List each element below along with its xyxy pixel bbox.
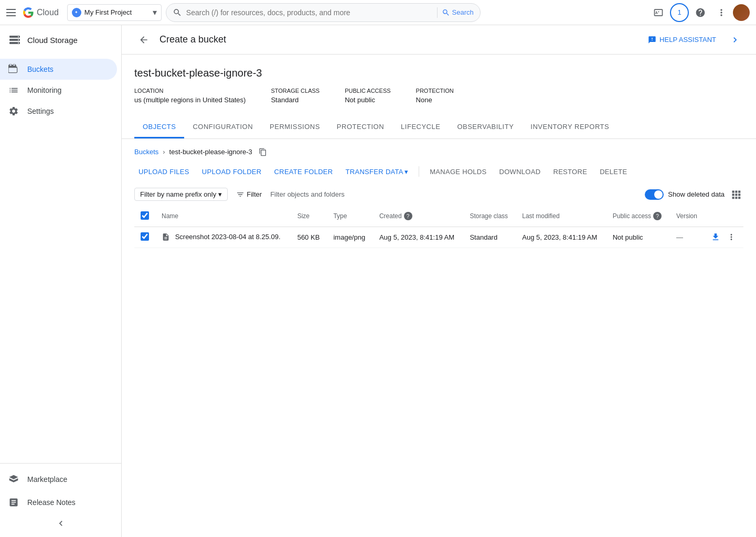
terminal-icon [653,7,664,18]
search-button[interactable]: Search [442,8,474,17]
show-deleted-toggle[interactable]: Show deleted data [645,189,725,200]
terminal-button[interactable] [649,3,668,22]
help-button[interactable] [691,3,710,22]
sidebar-bottom: Marketplace Release Notes [0,463,121,537]
help-assistant-label: HELP ASSISTANT [659,36,716,44]
tab-inventory-reports[interactable]: INVENTORY REPORTS [522,116,617,138]
more-options-button[interactable] [712,3,731,22]
row-version: — [676,233,683,241]
tab-configuration[interactable]: CONFIGURATION [184,116,261,138]
filter-prefix-label: Filter by name prefix only [140,190,216,198]
sidebar-nav: Buckets Monitoring Settings [0,55,121,463]
settings-icon [8,106,19,116]
upload-files-button[interactable]: UPLOAD FILES [134,165,194,179]
column-view-button[interactable] [729,187,743,202]
search-bar[interactable]: Search [166,3,481,22]
select-all-checkbox[interactable] [141,211,149,220]
transfer-data-dropdown-icon: ▾ [404,168,408,176]
main-layout: Cloud Storage Buckets Monitoring [0,25,756,537]
breadcrumb: Buckets › test-bucket-please-ignore-3 [134,147,743,156]
objects-content: Buckets › test-bucket-please-ignore-3 UP… [122,139,756,256]
sidebar-item-release-notes[interactable]: Release Notes [0,491,121,514]
action-divider [419,166,419,177]
th-size: Size [291,206,327,227]
transfer-data-button[interactable]: TRANSFER DATA ▾ [342,165,413,179]
toggle-switch[interactable] [645,189,664,200]
help-assistant-button[interactable]: HELP ASSISTANT [642,33,722,47]
created-help-icon[interactable]: ? [404,212,412,220]
tab-permissions[interactable]: PERMISSIONS [261,116,328,138]
tab-observability[interactable]: OBSERVABILITY [449,116,522,138]
main-content: Create a bucket HELP ASSISTANT test-buck… [122,25,756,537]
row-version-cell: — [670,227,705,248]
buckets-icon [8,64,19,74]
filter-button[interactable]: Filter [232,188,266,201]
row-created: Aug 5, 2023, 8:41:19 AM [379,233,454,241]
th-created: Created ? [373,206,464,227]
sidebar-item-monitoring[interactable]: Monitoring [0,80,117,101]
panel-collapse-icon [730,35,740,45]
row-download-icon[interactable] [711,233,722,241]
column-view-icon [731,189,741,200]
search-button-icon [442,8,450,17]
storage-icon-svg [8,34,21,46]
chevron-down-icon: ▾ [153,7,157,17]
back-button[interactable] [134,30,153,49]
sidebar-item-buckets[interactable]: Buckets [0,59,117,80]
storage-class-label: Storage class [271,88,320,94]
tab-objects[interactable]: OBJECTS [134,116,184,138]
th-last-modified: Last modified [516,206,606,227]
collapse-sidebar-button[interactable] [0,514,121,533]
notification-badge[interactable]: 1 [670,3,689,22]
filter-prefix-button[interactable]: Filter by name prefix only ▾ [134,188,228,201]
row-checkbox[interactable] [141,232,149,241]
row-last-modified-cell: Aug 5, 2023, 8:41:19 AM [516,227,606,248]
tab-bar: OBJECTS CONFIGURATION PERMISSIONS PROTEC… [122,116,756,139]
sidebar-item-marketplace[interactable]: Marketplace [0,468,121,491]
release-notes-icon-svg [8,497,19,508]
th-version: Version [670,206,705,227]
bucket-info: test-bucket-please-ignore-3 Location us … [122,55,756,104]
meta-storage-class: Storage class Standard [271,88,320,104]
manage-holds-button[interactable]: MANAGE HOLDS [425,165,491,179]
marketplace-icon-svg [8,474,19,485]
svg-point-5 [18,42,19,44]
upload-folder-button[interactable]: UPLOAD FOLDER [198,165,266,179]
project-selector[interactable]: My First Project ▾ [67,4,162,21]
search-input[interactable] [186,8,433,17]
th-storage-class: Storage class [463,206,516,227]
hamburger-menu-icon[interactable] [6,6,19,19]
top-navigation: Cloud My First Project ▾ Search 1 [0,0,756,25]
search-icon [173,8,182,17]
nav-actions: 1 [649,3,750,22]
row-storage-class-cell: Standard [463,227,516,248]
collapse-panel-button[interactable] [727,31,743,48]
row-more-options-icon[interactable] [727,233,736,241]
delete-button[interactable]: DELETE [595,165,631,179]
meta-protection: Protection None [416,88,454,104]
copy-path-icon[interactable] [259,147,267,156]
meta-public-access: Public access Not public [345,88,390,104]
sidebar-item-settings[interactable]: Settings [0,101,117,122]
sidebar-title: Cloud Storage [27,36,78,45]
th-checkbox [134,206,155,227]
row-file-name[interactable]: Screenshot 2023-08-04 at 8.25.09. [175,233,281,241]
breadcrumb-buckets-link[interactable]: Buckets [134,148,158,156]
tab-lifecycle[interactable]: LIFECYCLE [392,116,449,138]
sidebar-item-label-buckets: Buckets [27,65,54,73]
file-icon-svg [162,233,170,241]
restore-button[interactable]: RESTORE [549,165,591,179]
user-avatar[interactable] [733,4,750,21]
public-access-help-icon[interactable]: ? [653,212,662,220]
back-arrow-icon [139,35,149,45]
sidebar-item-label-monitoring: Monitoring [27,86,61,94]
row-created-cell: Aug 5, 2023, 8:41:19 AM [373,227,464,248]
sidebar-item-label-settings: Settings [27,107,54,115]
cloud-text: Cloud [37,8,59,17]
download-button[interactable]: DOWNLOAD [495,165,545,179]
cloud-storage-icon [8,34,21,46]
header-right-actions: HELP ASSISTANT [642,31,743,48]
tab-protection[interactable]: PROTECTION [328,116,392,138]
filter-icon [236,190,244,199]
create-folder-button[interactable]: CREATE FOLDER [270,165,337,179]
